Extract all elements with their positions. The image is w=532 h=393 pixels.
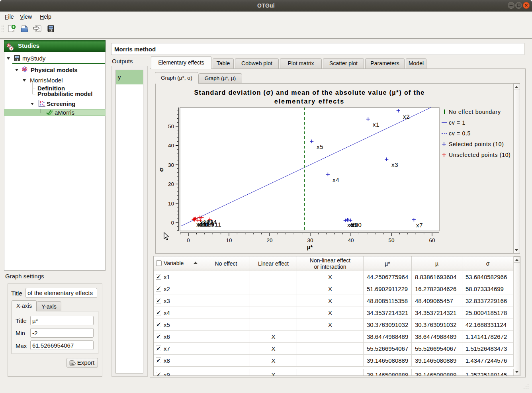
- svg-text:Selected points (10): Selected points (10): [449, 141, 504, 147]
- svg-text:µ*: µ*: [307, 244, 313, 250]
- svg-text:10: 10: [226, 237, 232, 243]
- svg-text:Unselected points (10): Unselected points (10): [449, 152, 510, 158]
- svg-text:elementary effects: elementary effects: [274, 98, 345, 105]
- svg-text:x2: x2: [403, 113, 410, 120]
- svg-text:50: 50: [388, 237, 394, 243]
- svg-text:cv = 1: cv = 1: [449, 119, 465, 126]
- svg-text:20: 20: [168, 181, 174, 187]
- svg-text:x3: x3: [391, 161, 398, 168]
- svg-text:40: 40: [168, 143, 174, 149]
- svg-text:0: 0: [171, 220, 174, 226]
- svg-text:10: 10: [168, 201, 174, 207]
- svg-text:50: 50: [168, 123, 174, 129]
- svg-text:x4: x4: [332, 176, 339, 183]
- svg-text:40: 40: [348, 237, 354, 243]
- svg-text:σ: σ: [158, 168, 164, 172]
- svg-text:Standard deviation (σ) and mea: Standard deviation (σ) and mean of the a…: [194, 89, 424, 96]
- svg-text:x5: x5: [317, 143, 323, 150]
- svg-text:cv = 0.5: cv = 0.5: [449, 130, 471, 137]
- svg-text:x1: x1: [373, 121, 379, 128]
- svg-text:60: 60: [429, 237, 435, 243]
- svg-text:x7: x7: [416, 222, 423, 229]
- svg-text:30: 30: [168, 162, 174, 168]
- svg-text:0: 0: [187, 237, 190, 243]
- svg-text:30: 30: [307, 237, 313, 243]
- svg-text:No effect boundary: No effect boundary: [449, 109, 501, 115]
- svg-text:20: 20: [266, 237, 272, 243]
- svg-text:x10: x10: [351, 221, 362, 228]
- svg-text:x11: x11: [211, 221, 221, 228]
